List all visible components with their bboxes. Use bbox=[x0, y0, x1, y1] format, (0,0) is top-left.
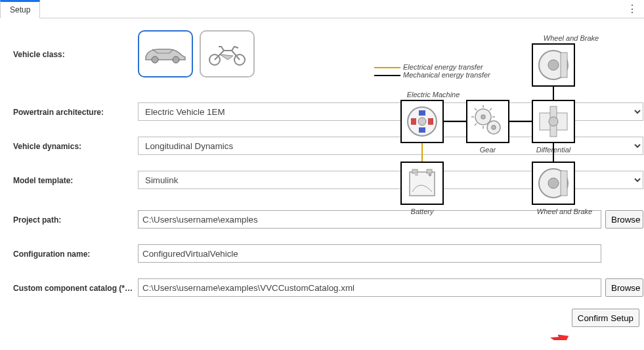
svg-point-0 bbox=[152, 56, 158, 63]
svg-point-5 bbox=[548, 60, 559, 70]
catalog-browse-button[interactable]: Browse bbox=[605, 278, 643, 297]
diagram-wheel-bottom-label: Wheel and Brake bbox=[525, 208, 604, 215]
catalog-label: Custom component catalog (*… bbox=[13, 282, 138, 293]
template-label: Model template: bbox=[13, 175, 138, 185]
setup-panel: Vehicle class: bbox=[0, 18, 644, 340]
project-path-label: Project path: bbox=[13, 214, 138, 225]
svg-text:−: − bbox=[415, 171, 419, 179]
dynamics-label: Vehicle dynamics: bbox=[13, 141, 138, 151]
tab-bar: Setup ⋮ bbox=[0, 0, 644, 18]
svg-rect-10 bbox=[411, 118, 416, 125]
svg-point-16 bbox=[492, 125, 496, 129]
svg-point-33 bbox=[548, 178, 559, 188]
diagram-battery: − + bbox=[400, 162, 444, 205]
car-icon bbox=[143, 44, 188, 64]
config-name-label: Configuration name: bbox=[13, 248, 138, 259]
connector-electrical bbox=[421, 143, 423, 162]
config-name-input[interactable] bbox=[138, 244, 601, 263]
svg-point-14 bbox=[481, 115, 485, 119]
diagram-gear-label: Gear bbox=[466, 146, 509, 154]
motorcycle-icon bbox=[205, 41, 249, 66]
confirm-setup-button[interactable]: Confirm Setup bbox=[572, 309, 639, 327]
diagram-battery-label: Battery bbox=[400, 208, 444, 215]
svg-rect-11 bbox=[428, 118, 433, 125]
vehicle-class-motorcycle[interactable] bbox=[200, 30, 255, 77]
svg-point-26 bbox=[549, 117, 558, 126]
connector-line bbox=[553, 143, 554, 162]
diagram-wheel-bottom bbox=[532, 162, 575, 205]
diagram-wheel-top-label: Wheel and Brake bbox=[532, 34, 611, 42]
diagram-legend: Electrical energy transfer Mechanical en… bbox=[374, 63, 490, 79]
annotation-arrow-icon bbox=[525, 332, 571, 340]
vehicle-class-car[interactable] bbox=[138, 30, 193, 77]
legend-mechanical-label: Mechanical energy transfer bbox=[403, 71, 490, 79]
vehicle-class-label: Vehicle class: bbox=[13, 30, 138, 59]
catalog-input[interactable] bbox=[138, 278, 601, 297]
connector-line bbox=[509, 121, 532, 122]
svg-rect-8 bbox=[419, 110, 425, 116]
diagram-differential bbox=[532, 100, 575, 143]
svg-point-12 bbox=[418, 118, 426, 125]
kebab-menu-icon[interactable]: ⋮ bbox=[627, 5, 637, 13]
svg-line-22 bbox=[490, 108, 492, 110]
tab-setup[interactable]: Setup bbox=[0, 0, 40, 18]
diagram-wheel-top bbox=[532, 43, 575, 87]
svg-line-21 bbox=[475, 108, 477, 110]
svg-rect-6 bbox=[561, 53, 567, 77]
svg-text:+: + bbox=[428, 171, 432, 179]
diagram-electric-machine bbox=[400, 100, 444, 143]
connector-line bbox=[444, 121, 466, 122]
project-path-browse-button[interactable]: Browse bbox=[605, 210, 643, 229]
legend-electrical-label: Electrical energy transfer bbox=[403, 63, 483, 71]
diagram-em-label: Electric Machine bbox=[394, 91, 473, 98]
svg-rect-9 bbox=[419, 127, 425, 133]
svg-point-1 bbox=[173, 56, 179, 63]
svg-rect-34 bbox=[561, 171, 567, 196]
svg-line-23 bbox=[475, 123, 477, 125]
diagram-gear bbox=[466, 100, 509, 143]
powertrain-label: Powertrain architecture: bbox=[13, 106, 138, 117]
connector-line bbox=[553, 87, 554, 100]
